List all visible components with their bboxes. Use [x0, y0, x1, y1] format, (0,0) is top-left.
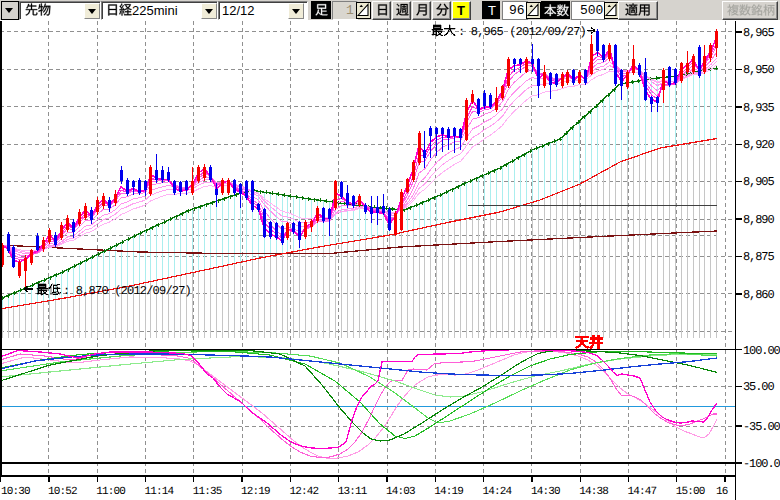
svg-text:11:00: 11:00 [96, 486, 125, 498]
svg-text:8,935: 8,935 [743, 101, 774, 115]
svg-text:10:52: 10:52 [48, 486, 77, 498]
svg-text:-100.00: -100.00 [743, 457, 780, 471]
svg-text:35.00: 35.00 [743, 380, 774, 394]
svg-text:: 8,965 (2012/09/27): : 8,965 (2012/09/27) [458, 25, 586, 39]
svg-text:-35.00: -35.00 [743, 420, 780, 434]
svg-text:12:42: 12:42 [289, 486, 318, 498]
svg-text:11:14: 11:14 [145, 486, 175, 498]
svg-text:14:30: 14:30 [531, 486, 560, 498]
svg-text:10:30: 10:30 [1, 486, 30, 498]
svg-text:14:24: 14:24 [483, 486, 513, 498]
svg-text:8,860: 8,860 [743, 288, 774, 302]
svg-text:14:03: 14:03 [386, 486, 415, 498]
svg-text:11:35: 11:35 [193, 486, 222, 498]
svg-text:16: 16 [716, 486, 728, 498]
svg-text:8,890: 8,890 [743, 213, 774, 227]
svg-text:100.00: 100.00 [743, 344, 780, 358]
svg-text:14:47: 14:47 [628, 486, 657, 498]
svg-text:12:19: 12:19 [241, 486, 270, 498]
svg-text:13:11: 13:11 [338, 486, 368, 498]
svg-text:8,965: 8,965 [743, 26, 774, 40]
svg-text:: 8,870 (2012/09/27): : 8,870 (2012/09/27) [63, 284, 191, 298]
svg-text:14:19: 14:19 [434, 486, 463, 498]
svg-text:15:00: 15:00 [676, 486, 705, 498]
svg-text:8,875: 8,875 [743, 250, 774, 264]
svg-text:14:38: 14:38 [579, 486, 608, 498]
svg-text:8,905: 8,905 [743, 175, 774, 189]
svg-text:8,920: 8,920 [743, 138, 774, 152]
svg-text:8,950: 8,950 [743, 63, 774, 77]
